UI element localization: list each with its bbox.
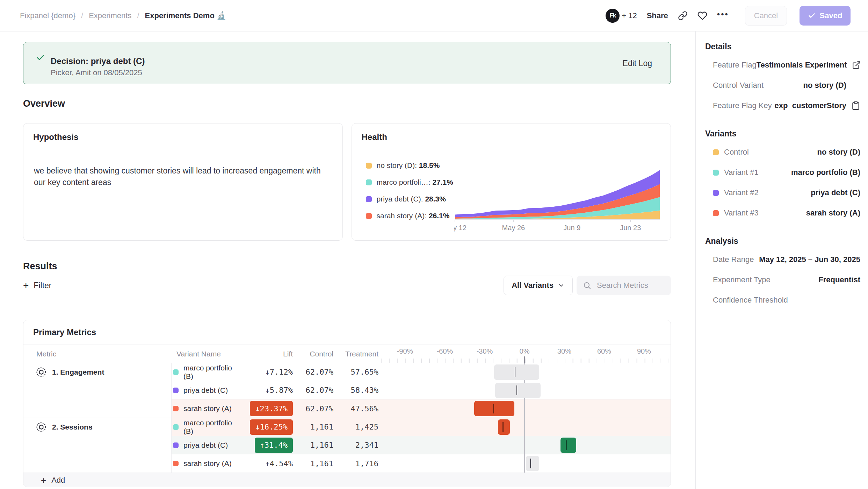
check-icon: [808, 12, 816, 20]
variant-row-2: Variant #2 priya debt (C): [701, 183, 860, 203]
details-heading: Details: [701, 38, 860, 55]
legend-label: priya debt (C): 28.3%: [377, 195, 446, 203]
col-treatment: Treatment: [333, 350, 378, 358]
row-label: Variant #3: [724, 208, 759, 218]
legend-value: 26.1%: [429, 212, 450, 220]
metric-group: 1. Engagementmarco portfolio (B)↓7.12%62…: [23, 363, 671, 418]
legend-item: sarah story (A): 26.1%: [366, 211, 453, 221]
health-stacked-area-chart: May 12May 26Jun 9Jun 23: [454, 151, 664, 235]
hypothesis-body: we believe that showing customer stories…: [23, 151, 342, 188]
search-metrics-input[interactable]: [596, 281, 665, 290]
x-axis-label: Jun 23: [620, 224, 641, 232]
health-card: Health no story (D): 18.5%marco portfoli…: [352, 123, 671, 241]
row-value: Frequentist: [818, 275, 860, 284]
confidence-interval-bar[interactable]: [498, 419, 510, 435]
row-label: Control: [724, 148, 749, 157]
treatment-value: 1,425: [333, 423, 378, 431]
share-button[interactable]: Share: [647, 11, 668, 20]
legend-swatch: [366, 196, 372, 202]
legend-label: marco portfoli…: 27.1%: [377, 178, 453, 186]
variant-row-control: Control no story (D): [701, 142, 860, 162]
axis-tick-label: 30%: [557, 347, 571, 355]
confidence-interval-bar[interactable]: [560, 438, 577, 453]
metric-cell[interactable]: 1. Engagement: [23, 363, 172, 418]
cancel-button[interactable]: Cancel: [745, 6, 787, 26]
confidence-interval-bar[interactable]: [526, 456, 539, 471]
lift-value: ↑4.54%: [265, 459, 293, 468]
legend-value: 18.5%: [419, 161, 440, 169]
axis-tick-label: -90%: [397, 347, 413, 355]
row-value: marco portfolio (B): [791, 168, 860, 177]
x-axis-label: Jun 9: [563, 224, 580, 232]
confidence-interval-bar[interactable]: [495, 383, 540, 398]
variant-color-swatch: [713, 190, 719, 196]
results-heading: Results: [23, 261, 671, 271]
col-variant-name: Variant Name: [172, 350, 239, 358]
legend-item: priya debt (C): 28.3%: [366, 194, 453, 204]
clipboard-copy-icon[interactable]: [851, 101, 860, 110]
metric-name: 1. Engagement: [52, 367, 104, 377]
row-value[interactable]: Testimonials Experiment: [757, 61, 847, 70]
favorite-heart-icon[interactable]: [697, 11, 707, 21]
confidence-interval-bar[interactable]: [494, 364, 539, 380]
decision-check-icon: [36, 53, 45, 62]
control-value: 1,161: [293, 459, 333, 468]
breadcrumb-item[interactable]: Experiments Demo 🔬: [145, 11, 226, 20]
topbar-actions: Fk + 12 Share ••• Cancel Saved: [606, 6, 851, 26]
table-row[interactable]: marco portfolio (B)↓7.12%62.07%57.65%: [172, 363, 671, 381]
variant-name: sarah story (A): [183, 404, 232, 413]
row-value: May 12, 2025 – Jun 30, 2025: [759, 255, 860, 264]
add-metric-button[interactable]: + Add: [23, 473, 671, 487]
row-value: priya debt (C): [811, 188, 860, 197]
lift-value: ↑31.4%: [255, 438, 293, 453]
variants-dropdown[interactable]: All Variants: [504, 276, 573, 295]
lift-cell: ↓7.12%: [239, 363, 293, 381]
breadcrumb-item[interactable]: Experiments: [89, 11, 131, 20]
variant-color-swatch: [713, 170, 719, 176]
control-variant-row: Control Variant no story (D): [701, 75, 860, 95]
confidence-interval-bar[interactable]: [474, 401, 515, 416]
breadcrumb-item[interactable]: Fixpanel {demo}: [20, 11, 75, 20]
table-row[interactable]: sarah story (A)↓23.37%62.07%47.56%: [172, 399, 671, 418]
table-row[interactable]: priya debt (C)↓5.87%62.07%58.43%: [172, 381, 671, 399]
variant-swatch: [173, 424, 179, 430]
axis-tick-label: 90%: [637, 347, 651, 355]
variant-swatch: [173, 388, 179, 393]
health-legend: no story (D): 18.5%marco portfoli…: 27.1…: [366, 160, 453, 227]
variant-cell: marco portfolio (B): [172, 364, 239, 381]
axis-tick-label: 0%: [520, 347, 530, 355]
breadcrumb-separator: /: [137, 11, 139, 20]
row-value: no story (D): [817, 148, 860, 157]
decision-subtitle: Picker, Amit on 08/05/2025: [51, 67, 145, 78]
saved-button[interactable]: Saved: [800, 6, 851, 26]
external-link-icon[interactable]: [852, 61, 861, 70]
row-label: Date Range: [713, 255, 754, 264]
table-row[interactable]: sarah story (A)↑4.54%1,1611,716: [172, 454, 671, 473]
lift-cell: ↓23.37%: [239, 399, 293, 418]
copy-link-icon[interactable]: [678, 11, 688, 21]
lift-axis: -90%-60%-30%0%30%60%90%: [378, 345, 671, 363]
more-menu-icon[interactable]: •••: [717, 9, 729, 19]
avatar[interactable]: Fk: [606, 9, 620, 23]
metric-cell[interactable]: 2. Sessions: [23, 418, 172, 473]
metric-target-icon: [36, 367, 46, 377]
edit-log-button[interactable]: Edit Log: [623, 58, 652, 68]
lift-midpoint-tick: [493, 404, 494, 413]
legend-label: no story (D): 18.5%: [377, 161, 440, 170]
table-row[interactable]: marco portfolio (B)↓16.25%1,1611,425: [172, 418, 671, 436]
metric-name: 2. Sessions: [52, 422, 93, 432]
variant-name: priya debt (C): [183, 441, 228, 449]
variant-swatch: [173, 461, 179, 466]
add-filter-button[interactable]: + Filter: [23, 276, 51, 295]
collaborators-count[interactable]: + 12: [622, 11, 637, 20]
variant-name: priya debt (C): [183, 386, 228, 395]
variant-cell: marco portfolio (B): [172, 419, 239, 435]
experiment-type-row: Experiment Type Frequentist: [701, 270, 860, 290]
hypothesis-card: Hypothesis we believe that showing custo…: [23, 123, 343, 241]
table-row[interactable]: priya debt (C)↑31.4%1,1612,341: [172, 436, 671, 454]
top-bar: Fixpanel {demo}/Experiments/Experiments …: [0, 0, 868, 31]
variants-heading: Variants: [701, 125, 860, 142]
primary-metrics-card: Primary Metrics Metric Variant Name Lift…: [23, 320, 671, 487]
legend-label: sarah story (A): 26.1%: [377, 212, 450, 220]
decision-banner: Decision: priya debt (C) Picker, Amit on…: [23, 42, 671, 84]
